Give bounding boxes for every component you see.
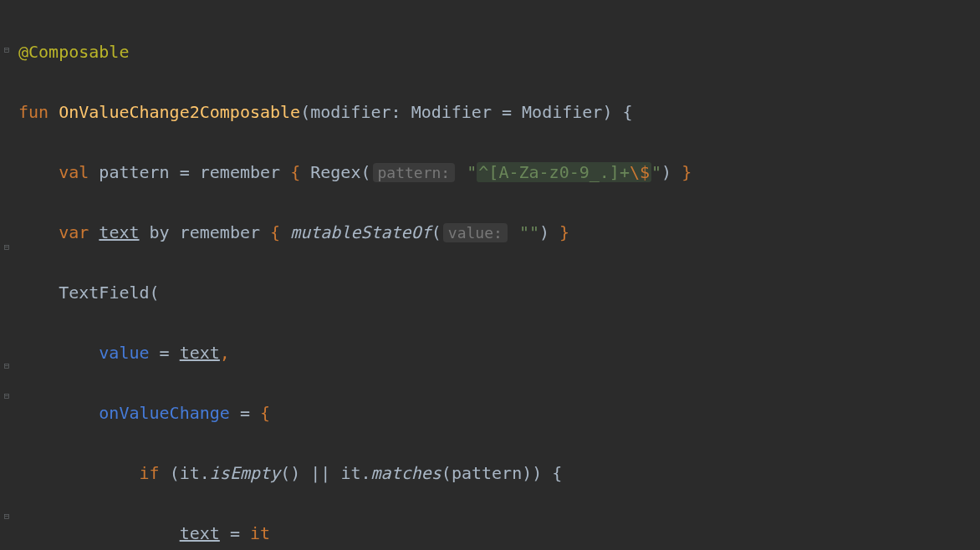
- call-remember2: remember: [180, 222, 260, 242]
- default-modifier: Modifier: [522, 102, 602, 122]
- pattern-ref: pattern: [452, 463, 522, 483]
- param-onvaluechange: onValueChange: [99, 403, 230, 423]
- regex-escape: \$: [630, 162, 650, 182]
- regex-quote-open: ": [467, 162, 477, 182]
- hint-value: value:: [443, 223, 508, 242]
- annotation-composable: @Composable: [18, 42, 129, 62]
- fold-marker-icon[interactable]: ⊟: [2, 242, 12, 252]
- it-ref: it: [180, 463, 200, 483]
- keyword-var: var: [59, 222, 89, 242]
- fold-marker-icon[interactable]: ⊟: [2, 512, 12, 522]
- hint-pattern: pattern:: [373, 163, 456, 182]
- var-text: text: [99, 222, 139, 242]
- it-assign: it: [250, 523, 270, 543]
- function-name: OnValueChange2Composable: [59, 102, 300, 122]
- call-mutablestateof: mutableStateOf: [290, 222, 431, 242]
- keyword-by: by: [150, 222, 170, 242]
- call-isempty: isEmpty: [210, 463, 280, 483]
- param-value: value: [99, 343, 149, 363]
- fold-marker-icon[interactable]: ⊟: [2, 361, 12, 371]
- code-area[interactable]: @Composable fun OnValueChange2Composable…: [15, 0, 692, 550]
- operator-or: ||: [310, 463, 330, 483]
- var-pattern: pattern: [99, 162, 169, 182]
- code-editor[interactable]: ⊟ ⊟ ⊟ ⊟ ⊟ @Composable fun OnValueChange2…: [0, 0, 980, 550]
- keyword-fun: fun: [18, 102, 48, 122]
- ref-text: text: [180, 343, 220, 363]
- call-matches: matches: [371, 463, 442, 483]
- fold-marker-icon[interactable]: ⊟: [2, 391, 12, 401]
- empty-string: "": [519, 222, 539, 242]
- keyword-val: val: [59, 162, 89, 182]
- call-textfield: TextField: [59, 283, 149, 303]
- fold-marker-icon[interactable]: ⊟: [2, 45, 12, 55]
- type-modifier: Modifier: [411, 102, 492, 122]
- it-ref2: it: [340, 463, 360, 483]
- regex-quote-close: ": [651, 162, 661, 182]
- keyword-if: if: [140, 463, 160, 483]
- gutter: ⊟ ⊟ ⊟ ⊟ ⊟: [0, 0, 15, 550]
- regex-body: ^[A-Za-z0-9_.]+: [478, 162, 630, 182]
- call-regex: Regex: [310, 162, 360, 182]
- text-assign: text: [180, 523, 220, 543]
- param-modifier: modifier: [310, 102, 390, 122]
- call-remember: remember: [200, 162, 280, 182]
